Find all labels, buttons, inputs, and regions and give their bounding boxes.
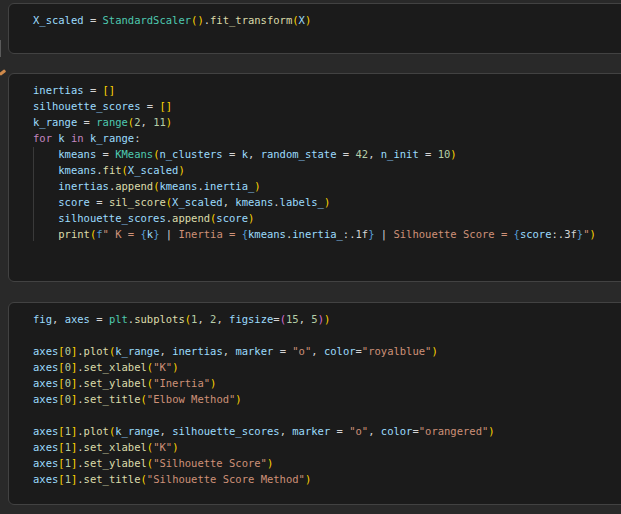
token-op: , — [280, 425, 293, 437]
token-var: score — [216, 212, 248, 224]
token-b1: ) — [166, 116, 172, 128]
notebook-code-cell-1[interactable]: X_scaled = StandardScaler().fit_transfor… — [8, 3, 621, 54]
token-var: k_range — [33, 116, 77, 128]
token-var: random_state — [261, 148, 337, 160]
left-edge-mark — [0, 69, 6, 76]
token-var: inertias — [58, 180, 109, 192]
token-func: append — [115, 180, 153, 192]
token-var: figsize — [229, 313, 273, 325]
code-line: kmeans = KMeans(n_clusters = k, random_s… — [33, 146, 621, 162]
token-b1: ) — [305, 473, 311, 485]
token-b1: ) — [267, 457, 273, 469]
token-b1: ) — [589, 228, 595, 240]
code-line: axes[0].set_xlabel("K") — [33, 359, 621, 375]
code-line: axes[1].plot(k_range, silhouette_scores,… — [33, 423, 621, 439]
token-var: color — [381, 425, 413, 437]
token-b1: ) — [172, 441, 178, 453]
token-b1: [] — [103, 84, 116, 96]
code-line: fig, axes = plt.subplots(1, 2, figsize=(… — [33, 311, 621, 327]
token-func: sil_score — [109, 196, 166, 208]
token-func: set_xlabel — [84, 361, 147, 373]
token-var: X_scaled — [128, 164, 179, 176]
token-op: : — [134, 132, 140, 144]
token-str: "Silhouette Score Method" — [147, 473, 305, 485]
token-str: "o" — [349, 425, 368, 437]
code-line: axes[1].set_title("Silhouette Score Meth… — [33, 471, 621, 487]
token-b1: ) — [324, 313, 330, 325]
code-line: silhouette_scores.append(score) — [33, 210, 621, 226]
token-var: marker — [292, 425, 330, 437]
token-func: set_xlabel — [84, 441, 147, 453]
token-cls: range — [96, 116, 128, 128]
token-op: = — [273, 345, 292, 357]
notebook-code-cell-2[interactable]: inertias = []silhouette_scores = []k_ran… — [8, 73, 621, 282]
token-op: = — [419, 148, 438, 160]
token-b1: ) — [235, 393, 241, 405]
code-line: print(f" K = {k} | Inertia = {kmeans.ine… — [33, 226, 621, 242]
notebook-code-cell-3[interactable]: fig, axes = plt.subplots(1, 2, figsize=(… — [8, 302, 621, 505]
token-op: , — [223, 196, 236, 208]
token-b1: [] — [159, 100, 172, 112]
token-op: , — [248, 148, 261, 160]
token-var: axes — [65, 313, 90, 325]
token-op: = — [330, 425, 349, 437]
token-var: axes — [33, 345, 58, 357]
token-b1: ) — [305, 14, 311, 26]
code-line: axes[1].set_ylabel("Silhouette Score") — [33, 455, 621, 471]
token-op: , — [197, 313, 210, 325]
token-plain — [33, 212, 58, 224]
token-op: , — [52, 313, 65, 325]
token-func: subplots — [134, 313, 185, 325]
token-plain — [33, 164, 58, 176]
token-func: print — [58, 228, 90, 240]
token-b1: ) — [488, 425, 494, 437]
token-func: plot — [84, 345, 109, 357]
token-op: , — [311, 345, 324, 357]
token-var: kmeans — [58, 148, 96, 160]
token-op: , — [368, 148, 381, 160]
token-op: = — [77, 116, 96, 128]
token-var: fig — [33, 313, 52, 325]
token-str: "K" — [153, 441, 172, 453]
token-op: , — [299, 313, 312, 325]
token-str: "Elbow Method" — [147, 393, 236, 405]
token-op: = — [140, 100, 159, 112]
token-func: set_title — [84, 473, 141, 485]
token-var: score — [58, 196, 90, 208]
token-b1: ) — [248, 212, 254, 224]
token-func: plot — [84, 425, 109, 437]
token-var: kmeans — [58, 164, 96, 176]
token-var: k_range — [115, 345, 159, 357]
token-var: axes — [33, 377, 58, 389]
token-kw: for — [33, 132, 52, 144]
token-str: Silhouette Score = — [387, 228, 513, 240]
token-op: = — [84, 14, 103, 26]
token-op: = — [90, 313, 109, 325]
token-str: "o" — [292, 345, 311, 357]
token-var: color — [324, 345, 356, 357]
token-plain — [33, 148, 58, 160]
token-b1: ) — [210, 377, 216, 389]
code-editor[interactable]: inertias = []silhouette_scores = []k_ran… — [9, 74, 621, 242]
token-str: Inertia = — [172, 228, 242, 240]
code-line — [33, 407, 621, 423]
token-plain: .1f — [349, 228, 368, 240]
token-func: set_title — [84, 393, 141, 405]
token-cls: plt — [109, 313, 128, 325]
code-editor[interactable]: X_scaled = StandardScaler().fit_transfor… — [9, 4, 621, 28]
token-var: kmeans — [159, 180, 197, 192]
code-line: axes[0].set_title("Elbow Method") — [33, 391, 621, 407]
token-num: 42 — [355, 148, 368, 160]
token-func: fit — [103, 164, 122, 176]
token-op: , — [216, 313, 229, 325]
token-func: fit_transform — [210, 14, 292, 26]
code-line: inertias = [] — [33, 82, 621, 98]
token-op: = — [96, 148, 115, 160]
token-var: labels_ — [280, 196, 324, 208]
code-line: k_range = range(2, 11) — [33, 114, 621, 130]
code-line: silhouette_scores = [] — [33, 98, 621, 114]
token-str: "Inertia" — [153, 377, 210, 389]
token-b1: ) — [172, 361, 178, 373]
token-func: append — [172, 212, 210, 224]
code-editor[interactable]: fig, axes = plt.subplots(1, 2, figsize=(… — [9, 303, 621, 487]
